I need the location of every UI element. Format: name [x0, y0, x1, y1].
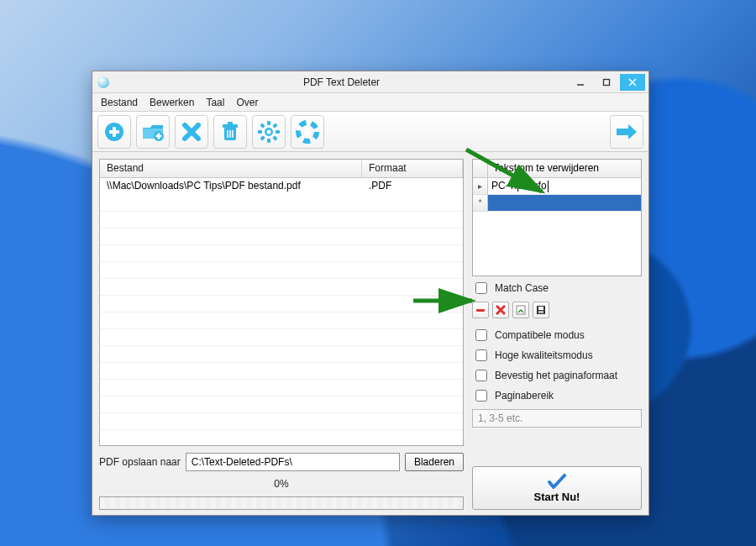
svg-rect-9: [156, 134, 162, 137]
settings-button[interactable]: [252, 115, 286, 149]
app-icon: [97, 76, 109, 88]
svg-rect-1: [604, 79, 610, 85]
svg-rect-20: [267, 139, 270, 143]
progress-bar: [99, 496, 464, 510]
load-list-button[interactable]: [512, 302, 529, 318]
app-window: PDF Text Deleter Bestand Bewerken Taal O…: [92, 71, 649, 516]
compatible-mode-checkbox[interactable]: Compatibele modus: [472, 327, 642, 344]
col-header-format[interactable]: Formaat: [362, 160, 463, 177]
menubar: Bestand Bewerken Taal Over: [92, 93, 648, 112]
close-button[interactable]: [620, 74, 645, 91]
format-cell: .PDF: [362, 178, 463, 195]
menu-about[interactable]: Over: [236, 97, 258, 108]
svg-rect-14: [228, 122, 233, 125]
svg-point-27: [267, 129, 271, 134]
remove-text-grid[interactable]: Tekst om te verwijderen ▸ PC-Tips.info *: [472, 159, 642, 276]
svg-rect-23: [272, 123, 277, 128]
save-list-button[interactable]: [533, 302, 549, 318]
svg-rect-26: [272, 135, 277, 140]
high-quality-checkbox[interactable]: Hoge kwaliteitsmodus: [472, 347, 642, 364]
svg-rect-19: [267, 121, 270, 125]
file-grid[interactable]: Bestand Formaat \\Mac\Downloads\PC Tips\…: [99, 159, 464, 446]
progress-label: 0%: [99, 478, 464, 490]
menu-file[interactable]: Bestand: [101, 97, 138, 108]
remove-row[interactable]: ▸ PC-Tips.info: [473, 178, 641, 195]
start-button[interactable]: Start Nu!: [472, 466, 642, 510]
svg-rect-25: [260, 123, 265, 128]
svg-rect-30: [476, 309, 485, 312]
row-new-icon: *: [473, 195, 488, 212]
remove-selected-button[interactable]: [472, 302, 489, 318]
remove-header: Tekst om te verwijderen: [488, 160, 641, 177]
titlebar[interactable]: PDF Text Deleter: [92, 71, 648, 93]
svg-point-29: [304, 129, 311, 135]
help-button[interactable]: [291, 115, 324, 149]
maximize-button[interactable]: [594, 74, 619, 91]
minimize-button[interactable]: [568, 74, 593, 91]
svg-rect-24: [260, 135, 265, 140]
toolbar: [92, 112, 648, 152]
svg-rect-6: [109, 130, 119, 134]
save-path-input[interactable]: [186, 453, 400, 471]
window-title: PDF Text Deleter: [116, 76, 567, 88]
next-button[interactable]: [610, 115, 643, 149]
page-range-checkbox[interactable]: Paginabereik: [472, 387, 642, 404]
add-folder-button[interactable]: [136, 115, 170, 149]
desktop-wallpaper: PDF Text Deleter Bestand Bewerken Taal O…: [0, 0, 756, 546]
svg-rect-36: [538, 311, 543, 313]
svg-rect-21: [258, 130, 262, 134]
browse-button[interactable]: Bladeren: [405, 453, 464, 471]
file-cell: \\Mac\Downloads\PC Tips\PDF bestand.pdf: [100, 178, 362, 195]
remove-button[interactable]: [175, 115, 208, 149]
svg-rect-22: [276, 130, 280, 134]
svg-rect-35: [538, 307, 543, 310]
row-indicator-icon: ▸: [473, 178, 488, 195]
page-range-input[interactable]: 1, 3-5 etc.: [472, 409, 642, 428]
file-row[interactable]: \\Mac\Downloads\PC Tips\PDF bestand.pdf …: [100, 178, 463, 195]
confirm-format-checkbox[interactable]: Bevestig het paginaformaat: [472, 367, 642, 384]
remove-row[interactable]: *: [473, 195, 641, 212]
trash-button[interactable]: [213, 115, 247, 149]
file-grid-header: Bestand Formaat: [100, 160, 463, 178]
menu-edit[interactable]: Bewerken: [150, 97, 194, 108]
save-label: PDF opslaan naar: [99, 456, 181, 468]
match-case-checkbox[interactable]: Match Case: [472, 280, 642, 297]
add-file-button[interactable]: [97, 115, 131, 149]
menu-language[interactable]: Taal: [206, 97, 224, 108]
col-header-file[interactable]: Bestand: [100, 160, 362, 177]
clear-all-button[interactable]: [492, 302, 509, 318]
